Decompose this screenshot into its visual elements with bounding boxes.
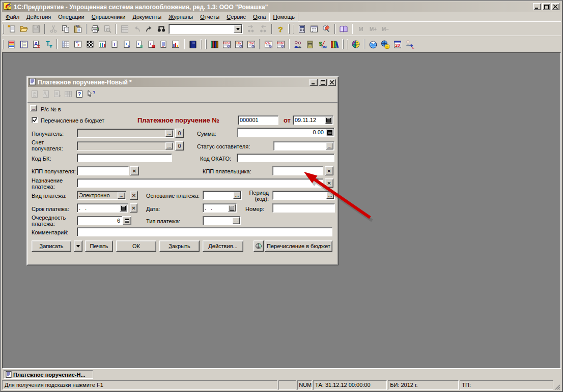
- guide-book-icon[interactable]: [7, 39, 17, 49]
- books-stack-icon[interactable]: [209, 39, 219, 49]
- doc-maximize-button[interactable]: [319, 79, 327, 86]
- paytype-select-button[interactable]: ...: [118, 192, 125, 199]
- kpp-recv-clear-button[interactable]: ✕: [130, 166, 139, 175]
- okato-input[interactable]: [237, 154, 334, 162]
- calculator-icon[interactable]: [297, 24, 307, 34]
- paytype-input[interactable]: Электронно ...: [77, 191, 126, 200]
- account-count-button[interactable]: 0: [175, 141, 184, 150]
- kpp-recv-input[interactable]: [77, 166, 129, 175]
- menu-сервис[interactable]: Сервис: [223, 13, 249, 21]
- table-sum-icon[interactable]: ДтΣ: [73, 39, 83, 49]
- minimize-button[interactable]: [533, 3, 541, 10]
- menu-документы[interactable]: Документы: [129, 13, 165, 21]
- books-row-icon[interactable]: [329, 39, 340, 49]
- paytype-clear-button[interactable]: ✕: [130, 191, 138, 200]
- combo-dropdown-icon[interactable]: [234, 25, 242, 33]
- status-input[interactable]: ...: [273, 141, 334, 150]
- basis-select-button[interactable]: ...: [233, 192, 241, 199]
- doc-t-down-icon[interactable]: Т: [122, 39, 132, 49]
- globe-icon[interactable]: [351, 39, 361, 49]
- menu-файл[interactable]: Файл: [2, 13, 23, 21]
- menu-журналы[interactable]: Журналы: [165, 13, 196, 21]
- recipient-select-button[interactable]: ...: [165, 130, 173, 137]
- print-button[interactable]: Печать: [85, 240, 113, 252]
- t-filter-icon[interactable]: Т: [43, 39, 53, 49]
- doc-lines-icon[interactable]: [158, 39, 168, 49]
- status-select-button[interactable]: ...: [326, 142, 333, 149]
- sum-input[interactable]: 0.00: [237, 128, 334, 137]
- methodology-book-icon[interactable]: [339, 24, 349, 34]
- account-select-dots-button[interactable]: ...: [165, 142, 173, 149]
- rko-doc-icon[interactable]: РКО: [246, 39, 256, 49]
- order-calculator-button[interactable]: [122, 216, 131, 225]
- pko-doc-icon[interactable]: ПКО: [234, 39, 244, 49]
- calendar-icon[interactable]: [309, 24, 319, 34]
- typepay-select-button[interactable]: ...: [232, 217, 240, 224]
- maximize-button[interactable]: [542, 3, 550, 10]
- purpose-clear-button[interactable]: ✕: [325, 178, 333, 188]
- term-calendar-button[interactable]: [120, 204, 127, 212]
- ok-button[interactable]: ОК: [116, 240, 156, 252]
- print-icon[interactable]: [90, 24, 100, 34]
- person-transfer-icon[interactable]: 7.7: [405, 39, 415, 49]
- doc-marked-icon[interactable]: Д: [31, 39, 41, 49]
- doc-date-input[interactable]: 09.11.12: [293, 115, 333, 125]
- account-input[interactable]: ...: [77, 141, 174, 150]
- copy-icon[interactable]: [61, 24, 71, 34]
- order-input[interactable]: 6: [77, 216, 122, 225]
- plat-doc-icon[interactable]: ПЛАТ: [221, 39, 232, 49]
- recipient-count-button[interactable]: 0: [175, 129, 184, 138]
- recipient-input[interactable]: ...: [77, 129, 174, 138]
- term-input[interactable]: . .: [77, 203, 128, 213]
- doc-minimize-button[interactable]: [309, 79, 318, 86]
- calendar-20-icon[interactable]: 20: [392, 39, 403, 49]
- budget-globe-button[interactable]: [254, 240, 264, 252]
- save-dropdown-button[interactable]: [74, 240, 82, 252]
- kpp-payer-input[interactable]: [272, 166, 323, 175]
- dove-globe-icon[interactable]: [368, 39, 378, 49]
- formula-calc-icon[interactable]: [321, 24, 331, 34]
- find-icon[interactable]: [156, 24, 166, 34]
- new-document-icon[interactable]: [7, 24, 17, 34]
- menu-действия[interactable]: Действия: [23, 13, 54, 21]
- help-icon[interactable]: ?: [275, 24, 286, 34]
- period-select-button[interactable]: ...: [326, 192, 334, 199]
- schet-doc-icon[interactable]: СЧЕТ: [263, 39, 273, 49]
- purpose-input[interactable]: [77, 178, 323, 188]
- date2-calendar-button[interactable]: [228, 204, 236, 212]
- table-data-icon[interactable]: [61, 39, 71, 49]
- quick-search-combobox[interactable]: [168, 24, 243, 34]
- doc-t-red-icon[interactable]: Т: [146, 39, 156, 49]
- period-input[interactable]: ...: [272, 191, 335, 200]
- sum-calculator-button[interactable]: [326, 129, 333, 136]
- doc-t-list-icon[interactable]: Т: [134, 39, 144, 49]
- resize-grip[interactable]: [554, 380, 561, 390]
- budget-checkbox[interactable]: [32, 117, 38, 123]
- close-form-button[interactable]: Закрыть: [159, 240, 200, 252]
- redo-icon[interactable]: [144, 24, 154, 34]
- paste-icon[interactable]: [73, 24, 83, 34]
- doc-t-icon[interactable]: Т: [109, 39, 120, 49]
- doc-close-button[interactable]: [328, 79, 336, 86]
- kpp-payer-clear-button[interactable]: ✕: [325, 166, 333, 175]
- kbk-input[interactable]: [77, 154, 172, 162]
- cabinet-icon[interactable]: [305, 39, 315, 49]
- menu-окна[interactable]: Окна: [249, 13, 270, 21]
- help-doc-icon[interactable]: ?: [74, 89, 85, 99]
- context-help-icon[interactable]: ?: [86, 89, 96, 99]
- partners-icon[interactable]: [293, 39, 303, 49]
- menu-операции[interactable]: Операции: [54, 13, 88, 21]
- blue-book-icon[interactable]: [188, 39, 198, 49]
- term-clear-button[interactable]: ✕: [130, 203, 137, 213]
- date2-input[interactable]: . .: [203, 203, 237, 213]
- db-globe-icon[interactable]: [380, 39, 390, 49]
- actions-button[interactable]: Действия...: [203, 240, 243, 252]
- close-button[interactable]: [551, 3, 559, 10]
- nakl-doc-icon[interactable]: НАКЛ: [275, 39, 286, 49]
- basis-input[interactable]: ...: [203, 191, 242, 200]
- menu-помощь[interactable]: Помощь: [269, 13, 298, 21]
- save-button[interactable]: Записать: [32, 240, 71, 252]
- journal-icon[interactable]: [19, 39, 29, 49]
- menu-справочники[interactable]: Справочники: [88, 13, 129, 21]
- window-tab[interactable]: Платежное поручение-Н...: [4, 370, 93, 379]
